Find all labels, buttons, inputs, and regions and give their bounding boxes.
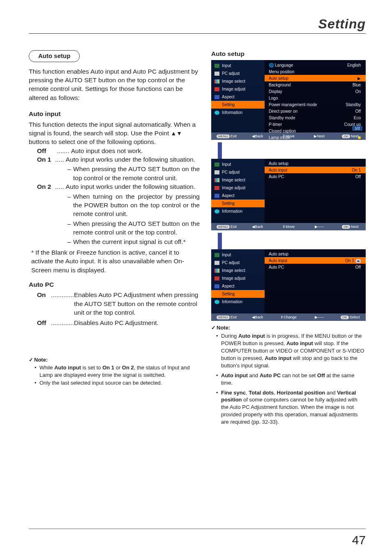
- osd1-menu: Input PC adjust Image select Image adjus…: [211, 60, 265, 132]
- autopc-off: Off.............Disables Auto PC Adjustm…: [37, 318, 200, 327]
- osd-screenshot-1: Input PC adjust Image select Image adjus…: [211, 60, 366, 140]
- menu-setting-selected: Setting◀: [211, 101, 265, 109]
- osd1-settings: 🌐 LanguageEnglish Menu position Auto set…: [265, 60, 366, 132]
- input-icon: [214, 64, 219, 68]
- left-column: Auto setup This function enables Auto in…: [29, 50, 200, 428]
- note-heading: Note:: [29, 357, 48, 363]
- on2-sub2: –When pressing the AUTO SET button on th…: [67, 219, 200, 237]
- lamp-icon: [358, 136, 361, 139]
- auto-pc-heading: Auto PC: [29, 280, 200, 289]
- footnote: * If the Blank or Freeze function is act…: [31, 248, 200, 274]
- right-note-1: During Auto input is in progress, If the…: [215, 332, 366, 369]
- point-arrows-icon: ▲▼: [171, 130, 182, 137]
- page-number: 47: [352, 533, 366, 547]
- on2-sub3: – When the current input signal is cut o…: [67, 237, 200, 246]
- info-icon: [214, 111, 219, 115]
- section-title: Setting: [29, 16, 366, 32]
- intro-text: This function enables Auto input and Aut…: [29, 67, 200, 102]
- right-note: Note: During Auto input is in progress, …: [211, 324, 366, 426]
- right-note-2: Auto input and Auto PC can not be set Of…: [215, 372, 366, 387]
- image-select-icon: [214, 79, 219, 84]
- right-heading: Auto setup: [211, 50, 366, 58]
- right-note-3: Fine sync, Total dots, Horizontal positi…: [215, 389, 366, 426]
- left-note-1: While Auto input is set to On 1 or On 2,…: [34, 364, 200, 378]
- image-adjust-icon: [214, 87, 219, 91]
- option-off: Off ....... Auto input does not work.: [37, 146, 200, 155]
- auto-input-desc: This function detects the input signal a…: [29, 120, 200, 146]
- on1-sub1: –When pressing the AUTO SET button on th…: [67, 165, 200, 182]
- option-on2: On 2..... Auto input works under the fol…: [37, 182, 200, 191]
- chevron-right-icon: ▶: [357, 76, 361, 81]
- aspect-icon: [214, 95, 219, 99]
- pc-icon: [214, 72, 219, 76]
- right-column: Auto setup Input PC adjust Image select …: [211, 50, 366, 428]
- spinner-icon: ◂▸: [356, 259, 361, 263]
- globe-icon: 🌐: [269, 63, 274, 67]
- chevron-left-icon: ◀: [261, 103, 264, 107]
- auto-input-spinner: Auto inputOn 1◂▸: [265, 257, 366, 264]
- osd-screenshot-3: Input PC adjust Image select Image adjus…: [211, 249, 366, 321]
- auto-input-highlighted: Auto inputOn 1: [265, 167, 366, 173]
- left-note-2: Only the last selected input source can …: [34, 379, 200, 387]
- auto-setup-pill: Auto setup: [29, 50, 80, 62]
- auto-input-heading: Auto input: [29, 109, 200, 118]
- auto-setup-highlighted: Auto setup▶: [265, 75, 366, 81]
- autopc-on: On.............Enables Auto PC Adjustmen…: [37, 290, 200, 317]
- page-badge: 1/2: [352, 126, 362, 131]
- on2-sub1: –When turning on the projector by pressi…: [67, 192, 200, 218]
- option-on1: On 1..... Auto input works under the fol…: [37, 155, 200, 164]
- left-note: Note: While Auto input is set to On 1 or…: [29, 356, 200, 387]
- osd-screenshot-2: Input PC adjust Image select Image adjus…: [211, 159, 366, 230]
- page-header: Setting: [29, 16, 366, 34]
- setting-icon: [214, 103, 219, 107]
- footer-divider: [29, 529, 366, 529]
